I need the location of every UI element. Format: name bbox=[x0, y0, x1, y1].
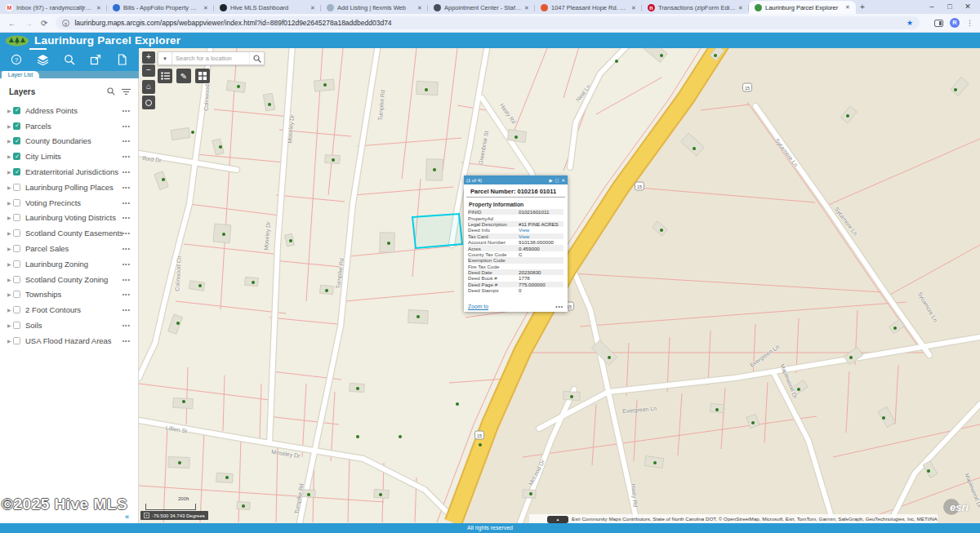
layer-menu-icon[interactable]: ••• bbox=[122, 169, 131, 175]
zoom-out-button[interactable]: − bbox=[142, 64, 155, 77]
expand-caret-icon[interactable]: ▶ bbox=[7, 200, 13, 206]
zoom-in-button[interactable]: + bbox=[142, 51, 155, 64]
browser-tab[interactable]: M Inbox (97) - randymccalljr@g... ✕ bbox=[0, 2, 107, 14]
expand-caret-icon[interactable]: ▶ bbox=[7, 153, 13, 159]
window-minimize-icon[interactable]: – bbox=[926, 2, 938, 11]
layer-row[interactable]: ▶ Scotland County Zoning ••• bbox=[0, 272, 138, 287]
layer-row[interactable]: ▶ City Limits ••• bbox=[0, 149, 138, 164]
expand-caret-icon[interactable]: ▶ bbox=[7, 261, 13, 267]
address-bar[interactable]: laurinburg.maps.arcgis.com/apps/webappvi… bbox=[56, 16, 920, 29]
expand-caret-icon[interactable]: ▶ bbox=[7, 291, 13, 297]
tab-close-icon[interactable]: ✕ bbox=[310, 5, 317, 11]
tab-close-icon[interactable]: ✕ bbox=[738, 5, 745, 11]
panel-collapse-icon[interactable]: « bbox=[125, 513, 129, 521]
layer-checkbox[interactable] bbox=[13, 107, 20, 114]
layer-row[interactable]: ▶ Soils ••• bbox=[0, 318, 138, 333]
expand-caret-icon[interactable]: ▶ bbox=[7, 338, 13, 344]
window-close-icon[interactable]: ✕ bbox=[962, 2, 973, 11]
home-button[interactable]: ⌂ bbox=[142, 80, 155, 94]
browser-tab[interactable]: Laurinburg Parcel Explorer ✕ bbox=[749, 1, 856, 14]
expand-caret-icon[interactable]: ▶ bbox=[7, 138, 13, 144]
url-text[interactable]: laurinburg.maps.arcgis.com/apps/webappvi… bbox=[74, 19, 391, 27]
layer-checkbox[interactable] bbox=[13, 199, 20, 207]
layer-row[interactable]: ▶ Laurinburg Polling Places ••• bbox=[0, 180, 138, 195]
tab-close-icon[interactable]: ✕ bbox=[524, 5, 531, 11]
browser-tab[interactable]: 1047 Pleasant Hope Rd. Fairm... ✕ bbox=[535, 2, 642, 14]
layer-menu-icon[interactable]: ••• bbox=[122, 246, 131, 251]
layer-checkbox[interactable] bbox=[13, 122, 20, 130]
layer-checkbox[interactable] bbox=[13, 322, 20, 329]
layer-checkbox[interactable] bbox=[13, 168, 20, 175]
document-icon[interactable] bbox=[116, 54, 128, 66]
map-canvas[interactable]: Colinwood Drtford DrMoseley DrMoseley Dr… bbox=[139, 48, 980, 523]
popup-close-icon[interactable]: ✕ bbox=[561, 178, 565, 183]
expand-caret-icon[interactable]: ▶ bbox=[7, 230, 13, 236]
bookmark-star-icon[interactable]: ★ bbox=[906, 19, 913, 27]
layer-checkbox[interactable] bbox=[13, 337, 20, 344]
browser-tab[interactable]: Add Listing | flexmls Web ✕ bbox=[321, 2, 428, 14]
layer-checkbox[interactable] bbox=[13, 291, 20, 298]
crosshair-icon[interactable]: + bbox=[144, 513, 149, 518]
layer-checkbox[interactable] bbox=[13, 229, 20, 237]
search-input[interactable]: Search for a location bbox=[172, 55, 249, 62]
layer-menu-icon[interactable]: ••• bbox=[122, 322, 131, 328]
tab-close-icon[interactable]: ✕ bbox=[845, 4, 852, 11]
browser-tab[interactable]: Hive MLS Dashboard ✕ bbox=[214, 2, 321, 14]
popup-next-icon[interactable]: ▶ bbox=[550, 178, 553, 183]
basemap-gallery-button[interactable] bbox=[195, 69, 210, 83]
browser-tab[interactable]: Appointment Center - Staff - S... ✕ bbox=[428, 2, 535, 14]
expand-caret-icon[interactable]: ▶ bbox=[7, 215, 13, 220]
expand-caret-icon[interactable]: ▶ bbox=[7, 322, 13, 328]
tab-close-icon[interactable]: ✕ bbox=[631, 5, 638, 11]
layer-row[interactable]: ▶ Scotland County Easements ••• bbox=[0, 225, 138, 241]
new-tab-button[interactable]: + bbox=[856, 2, 869, 14]
layer-checkbox[interactable] bbox=[13, 245, 20, 252]
layer-menu-icon[interactable]: ••• bbox=[122, 307, 131, 313]
layer-checkbox[interactable] bbox=[13, 260, 20, 268]
layer-row[interactable]: ▶ Extraterritorial Jurisdictions ••• bbox=[0, 164, 138, 180]
side-panel-icon[interactable] bbox=[934, 20, 943, 27]
layer-menu-icon[interactable]: ••• bbox=[122, 277, 131, 282]
popup-dock-icon[interactable]: ◻ bbox=[555, 178, 559, 183]
layer-row[interactable]: ▶ Laurinburg Voting Districts ••• bbox=[0, 211, 138, 226]
popup-header[interactable]: (1 of 4) ▶ ◻ ✕ bbox=[464, 175, 568, 184]
profile-avatar[interactable]: R bbox=[950, 18, 960, 28]
legend-button[interactable] bbox=[158, 69, 172, 83]
search-go-icon[interactable] bbox=[249, 52, 264, 64]
layer-menu-icon[interactable]: ••• bbox=[122, 291, 131, 297]
draw-button[interactable]: ✎ bbox=[176, 69, 191, 83]
attribution-toggle-icon[interactable]: ▲ bbox=[547, 516, 568, 523]
layer-menu-icon[interactable]: ••• bbox=[122, 184, 131, 190]
browser-tab[interactable]: Bills - AppFolio Property Mana... ✕ bbox=[107, 2, 214, 14]
browser-menu-icon[interactable]: ⋮ bbox=[966, 19, 973, 27]
layer-checkbox[interactable] bbox=[13, 306, 20, 313]
zoom-to-link[interactable]: Zoom to bbox=[468, 304, 555, 309]
layer-checkbox[interactable] bbox=[13, 184, 20, 191]
site-info-icon[interactable] bbox=[62, 20, 69, 27]
layer-row[interactable]: ▶ Parcels ••• bbox=[0, 118, 138, 134]
layer-menu-icon[interactable]: ••• bbox=[122, 138, 131, 144]
layer-menu-icon[interactable]: ••• bbox=[122, 338, 131, 344]
layers-icon[interactable] bbox=[37, 54, 49, 66]
layer-row[interactable]: ▶ Voting Precincts ••• bbox=[0, 195, 138, 211]
popup-more-icon[interactable]: ••• bbox=[555, 304, 564, 309]
locate-button[interactable] bbox=[142, 95, 155, 109]
layer-checkbox[interactable] bbox=[13, 214, 20, 221]
forward-icon[interactable]: → bbox=[24, 19, 33, 28]
expand-caret-icon[interactable]: ▶ bbox=[7, 307, 13, 313]
expand-caret-icon[interactable]: ▶ bbox=[7, 169, 13, 175]
layer-row[interactable]: ▶ Parcel Sales ••• bbox=[0, 241, 138, 256]
tab-close-icon[interactable]: ✕ bbox=[417, 5, 424, 11]
back-icon[interactable]: ← bbox=[8, 19, 16, 28]
search-tool-icon[interactable] bbox=[63, 54, 75, 66]
layer-row[interactable]: ▶ County Boundaries ••• bbox=[0, 134, 138, 149]
tab-close-icon[interactable]: ✕ bbox=[96, 5, 103, 11]
layer-menu-icon[interactable]: ••• bbox=[122, 108, 131, 113]
layer-menu-icon[interactable]: ••• bbox=[122, 261, 131, 267]
window-maximize-icon[interactable]: □ bbox=[944, 2, 956, 11]
layer-row[interactable]: ▶ Townships ••• bbox=[0, 287, 138, 303]
expand-caret-icon[interactable]: ▶ bbox=[7, 123, 13, 129]
layer-row[interactable]: ▶ USA Flood Hazard Areas ••• bbox=[0, 333, 138, 349]
layer-row[interactable]: ▶ Laurinburg Zoning ••• bbox=[0, 256, 138, 272]
search-dropdown-arrow[interactable]: ▼ bbox=[158, 52, 172, 64]
